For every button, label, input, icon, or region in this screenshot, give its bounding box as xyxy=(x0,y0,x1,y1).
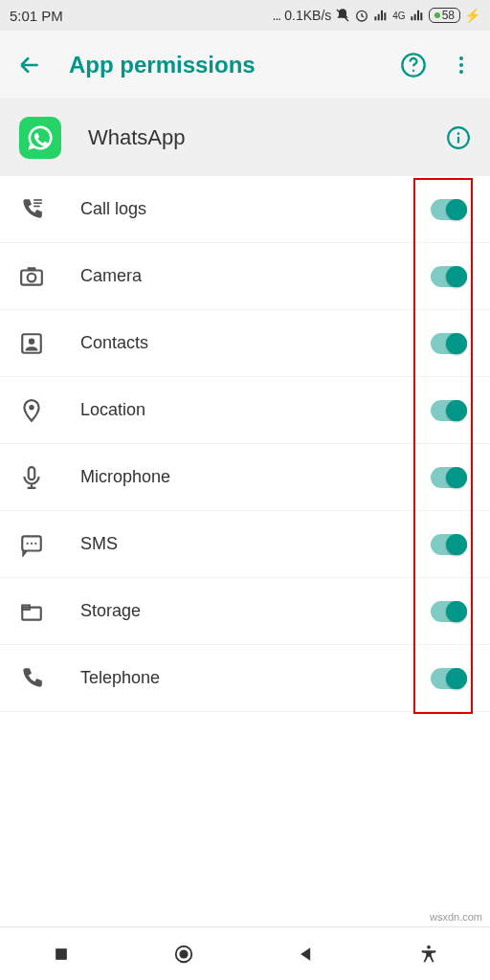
svg-point-8 xyxy=(457,132,460,135)
permission-row-microphone[interactable]: Microphone xyxy=(0,444,490,511)
location-icon xyxy=(19,398,44,423)
svg-rect-19 xyxy=(29,467,35,479)
permission-toggle[interactable] xyxy=(431,668,467,689)
svg-rect-26 xyxy=(56,948,67,960)
nav-accessibility-icon[interactable] xyxy=(418,944,439,965)
svg-rect-10 xyxy=(33,199,42,201)
telephone-icon xyxy=(19,666,44,691)
battery-indicator: 58 xyxy=(429,8,460,23)
permission-label: Call logs xyxy=(80,199,394,219)
svg-point-29 xyxy=(427,945,431,948)
permission-row-sms[interactable]: SMS xyxy=(0,511,490,578)
status-indicators: ... 0.1KB/s 4G 58 ⚡ xyxy=(273,8,480,23)
storage-icon xyxy=(19,599,44,624)
svg-point-14 xyxy=(28,273,36,281)
page-title: App permissions xyxy=(69,52,373,78)
more-icon[interactable] xyxy=(450,54,473,77)
calllogs-icon xyxy=(19,197,44,222)
permission-row-storage[interactable]: Storage xyxy=(0,578,490,645)
svg-rect-9 xyxy=(457,137,459,144)
whatsapp-icon xyxy=(19,117,61,159)
alarm-icon xyxy=(354,8,369,23)
permission-label: SMS xyxy=(80,534,394,554)
signal-icon xyxy=(373,8,389,23)
permission-toggle[interactable] xyxy=(431,534,467,555)
svg-point-17 xyxy=(29,338,35,345)
svg-point-18 xyxy=(29,405,33,410)
sms-icon xyxy=(19,532,44,557)
svg-point-21 xyxy=(27,542,29,544)
svg-rect-11 xyxy=(33,202,42,204)
permission-label: Telephone xyxy=(80,668,394,688)
nav-home-icon[interactable] xyxy=(173,944,194,965)
svg-point-23 xyxy=(34,542,36,544)
camera-icon xyxy=(19,264,44,289)
app-header: WhatsApp xyxy=(0,100,490,176)
app-name: WhatsApp xyxy=(88,125,419,150)
svg-point-5 xyxy=(459,63,463,67)
permission-toggle[interactable] xyxy=(431,199,467,220)
permission-row-contacts[interactable]: Contacts xyxy=(0,310,490,377)
svg-rect-12 xyxy=(33,205,39,207)
help-icon[interactable] xyxy=(400,52,427,78)
permission-toggle[interactable] xyxy=(431,333,467,354)
contacts-icon xyxy=(19,331,44,356)
svg-point-4 xyxy=(459,56,463,60)
svg-point-22 xyxy=(31,542,33,544)
permissions-list: Call logsCameraContactsLocationMicrophon… xyxy=(0,176,490,712)
permission-label: Camera xyxy=(80,266,394,286)
permission-toggle[interactable] xyxy=(431,601,467,622)
permission-label: Storage xyxy=(80,601,394,621)
nav-back-icon[interactable] xyxy=(297,945,316,964)
svg-point-6 xyxy=(459,70,463,74)
microphone-icon xyxy=(19,465,44,490)
svg-point-28 xyxy=(179,949,188,958)
notifications-off-icon xyxy=(335,8,350,23)
nav-recent-icon[interactable] xyxy=(52,945,71,964)
permission-row-camera[interactable]: Camera xyxy=(0,243,490,310)
status-time: 5:01 PM xyxy=(10,8,63,24)
permission-row-telephone[interactable]: Telephone xyxy=(0,645,490,712)
signal-icon xyxy=(410,8,425,23)
svg-rect-15 xyxy=(28,267,36,270)
permission-row-calllogs[interactable]: Call logs xyxy=(0,176,490,243)
permission-row-location[interactable]: Location xyxy=(0,377,490,444)
permission-label: Contacts xyxy=(80,333,394,353)
back-icon[interactable] xyxy=(17,53,42,78)
status-bar: 5:01 PM ... 0.1KB/s 4G 58 ⚡ xyxy=(0,0,490,31)
permission-toggle[interactable] xyxy=(431,266,467,287)
nav-bar xyxy=(0,926,490,980)
permission-toggle[interactable] xyxy=(431,467,467,488)
info-icon[interactable] xyxy=(446,125,471,150)
watermark: wsxdn.com xyxy=(430,911,482,923)
toolbar: App permissions xyxy=(0,31,490,100)
permission-label: Microphone xyxy=(80,467,394,487)
svg-point-3 xyxy=(412,69,414,71)
permission-toggle[interactable] xyxy=(431,400,467,421)
permission-label: Location xyxy=(80,400,394,420)
